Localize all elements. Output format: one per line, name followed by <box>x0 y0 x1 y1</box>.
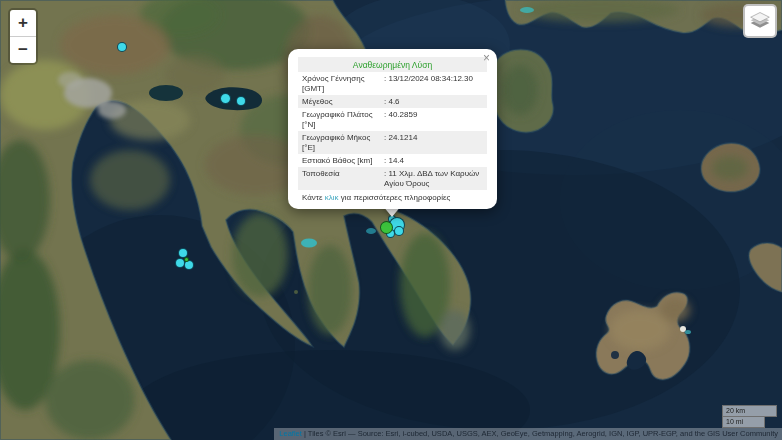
earthquake-popup: × Αναθεωρημένη Λύση Χρόνος Γέννησης [GMT… <box>288 49 497 209</box>
map-viewport: × Αναθεωρημένη Λύση Χρόνος Γέννησης [GMT… <box>0 0 782 440</box>
popup-row: Τοποθεσία: 11 Χλμ. ΔΒΔ των Καρυών Αγίου … <box>298 167 487 190</box>
earthquake-marker[interactable] <box>117 42 127 52</box>
popup-row-value: : 14.4 <box>384 156 483 166</box>
earthquake-marker[interactable] <box>236 96 246 106</box>
popup-footer-suffix: για περισσότερες πληροφορίες <box>339 193 451 202</box>
zoom-control: + − <box>8 8 38 65</box>
scale-control: 20 km 10 mi <box>722 405 777 428</box>
earthquake-marker[interactable] <box>184 257 189 262</box>
popup-row-value: : 40.2859 <box>384 110 483 130</box>
popup-row: Γεωγραφικό Μήκος [°E]: 24.1214 <box>298 131 487 154</box>
popup-footer: Κάντε κλικ για περισσότερες πληροφορίες <box>298 190 487 203</box>
popup-row-label: Τοποθεσία <box>302 169 384 189</box>
popup-footer-prefix: Κάντε <box>302 193 325 202</box>
popup-row-value: : 24.1214 <box>384 133 483 153</box>
leaflet-link[interactable]: Leaflet <box>279 429 302 438</box>
popup-row-value: : 13/12/2024 08:34:12.30 <box>384 74 483 94</box>
layers-control-button[interactable] <box>743 4 777 38</box>
popup-row-value: : 4.6 <box>384 97 483 107</box>
earthquake-marker[interactable] <box>184 260 194 270</box>
popup-row: Μέγεθος: 4.6 <box>298 95 487 108</box>
earthquake-marker[interactable] <box>380 221 393 234</box>
attribution-text: Tiles © Esri — Source: Esri, i-cubed, US… <box>308 429 778 438</box>
popup-table: Χρόνος Γέννησης [GMT]: 13/12/2024 08:34:… <box>298 72 487 190</box>
popup-row: Χρόνος Γέννησης [GMT]: 13/12/2024 08:34:… <box>298 72 487 95</box>
attribution-bar: Leaflet | Tiles © Esri — Source: Esri, i… <box>274 428 782 440</box>
more-info-link[interactable]: κλικ <box>325 193 339 202</box>
earthquake-marker[interactable] <box>394 226 404 236</box>
popup-row: Γεωγραφικό Πλάτος [°N]: 40.2859 <box>298 108 487 131</box>
earthquake-marker[interactable] <box>220 93 231 104</box>
popup-row-label: Χρόνος Γέννησης [GMT] <box>302 74 384 94</box>
zoom-in-button[interactable]: + <box>10 10 36 37</box>
popup-close-icon[interactable]: × <box>483 52 490 64</box>
scale-mi: 10 mi <box>722 416 765 428</box>
popup-row-label: Εστιακό Βάθος [km] <box>302 156 384 166</box>
layers-icon <box>749 10 771 32</box>
popup-row-value: : 11 Χλμ. ΔΒΔ των Καρυών Αγίου Όρους <box>384 169 483 189</box>
popup-title: Αναθεωρημένη Λύση <box>298 57 487 72</box>
popup-row-label: Μέγεθος <box>302 97 384 107</box>
zoom-out-button[interactable]: − <box>10 37 36 63</box>
popup-row-label: Γεωγραφικό Μήκος [°E] <box>302 133 384 153</box>
popup-row: Εστιακό Βάθος [km]: 14.4 <box>298 154 487 167</box>
popup-row-label: Γεωγραφικό Πλάτος [°N] <box>302 110 384 130</box>
